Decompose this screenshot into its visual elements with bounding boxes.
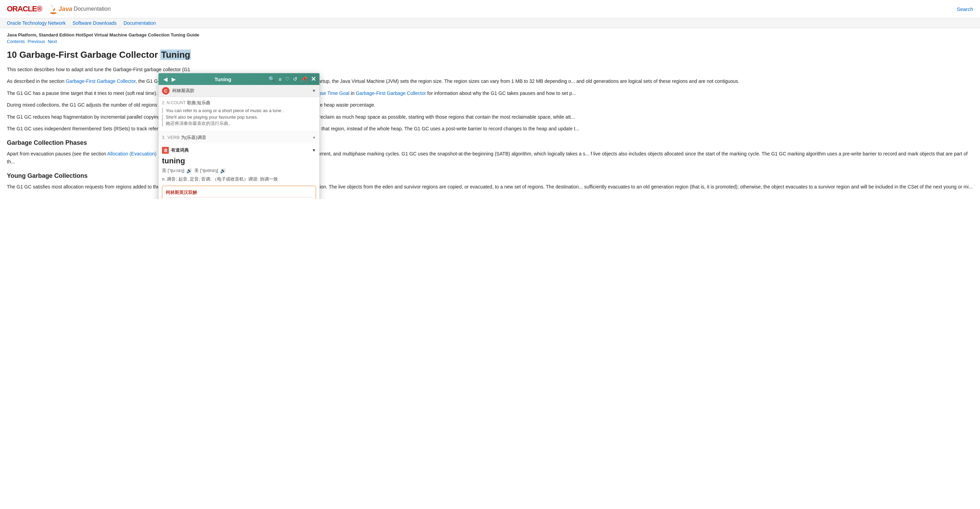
expand-verb-icon: ▼: [312, 135, 316, 140]
dict-word: tuning: [162, 156, 316, 165]
main-content: Java Platform, Standard Edition HotSpot …: [0, 28, 980, 199]
collapse-youdao[interactable]: ▼: [312, 148, 316, 153]
nccount-example-main: You can refer to a song or a short piece…: [162, 108, 316, 113]
breadcrumb-previous[interactable]: Previous: [27, 39, 45, 44]
link-g1gc[interactable]: Garbage-First Garbage Collector: [66, 78, 135, 84]
dict-close-button[interactable]: ✕: [311, 75, 316, 83]
para-2: The G1 GC has a pause time target that i…: [7, 89, 973, 97]
dict-menu-icon[interactable]: ≡: [278, 76, 282, 82]
youdao-header[interactable]: 道 有道词典 ▼: [162, 147, 316, 154]
para-5: The G1 GC uses independent Remembered Se…: [7, 125, 973, 132]
dict-section-verb-header[interactable]: 3. VERB 为(乐器)调音 ▼: [159, 132, 320, 143]
dict-search-icon[interactable]: 🔍: [269, 76, 275, 82]
nav-bar: Oracle Technology Network Software Downl…: [0, 18, 980, 28]
para-0: This section describes how to adapt and …: [7, 66, 973, 73]
dict-nav-forward[interactable]: ▶: [170, 76, 177, 83]
dict-nav-back[interactable]: ◀: [162, 76, 169, 83]
collins-top-text: 柯林斯高阶: [172, 88, 309, 94]
speaker-en[interactable]: 🔊: [186, 168, 192, 173]
oracle-logo: ORACLE®: [7, 5, 42, 13]
page-title: Java Platform, Standard Edition HotSpot …: [7, 32, 973, 38]
breadcrumb-contents[interactable]: Contents: [7, 39, 25, 44]
collins-c-icon: C: [162, 87, 170, 95]
para-3: During mixed collections, the G1 GC adju…: [7, 101, 973, 109]
youdao-title: 有道词典: [171, 147, 189, 153]
dict-header: ◀ ▶ Tuning 🔍 ≡ ♡ ↺ 📌 ✕: [159, 73, 320, 85]
word-definitions: n. 调音; 起音, 定音; 音调; （电子或收音机）调谐; 协调一致: [162, 176, 316, 183]
link-g1gc2[interactable]: Garbage-First Garbage Collector: [356, 91, 426, 96]
nav-documentation[interactable]: Documentation: [123, 20, 156, 26]
phonetics: 英 [ˈtjuːnɪŋ] 🔊 美 [ˈtjoʊnɪŋ] 🔊: [162, 167, 316, 174]
dict-refresh-icon[interactable]: ↺: [293, 76, 298, 82]
breadcrumb-next[interactable]: Next: [48, 39, 57, 44]
para-1: As described in the section Garbage-Firs…: [7, 77, 973, 85]
nav-software-downloads[interactable]: Software Downloads: [73, 20, 116, 26]
para-young-gc: The G1 GC satisfies most allocation requ…: [7, 183, 973, 191]
breadcrumb: Contents Previous Next: [7, 39, 973, 44]
dict-heart-icon[interactable]: ♡: [285, 76, 290, 82]
para-4: The G1 GC reduces heap fragmentation by …: [7, 113, 973, 121]
collins-top-entry: C 柯林斯高阶 ▼: [159, 85, 320, 97]
youdao-icon: 道: [162, 147, 169, 154]
section-gc-phases: Garbage Collection Phases: [7, 139, 973, 146]
dict-popup-title: Tuning: [180, 76, 266, 82]
para-gc-phases: Apart from evacuation pauses (see the se…: [7, 150, 973, 165]
chapter-title: 10 Garbage-First Garbage Collector Tunin…: [7, 49, 973, 60]
collins-bilingual-section: 柯林斯英汉双解 1. N a set of pitches to which t…: [162, 186, 316, 199]
page-header: ORACLE® Java Documentation Search: [0, 0, 980, 18]
youdao-section: 道 有道词典 ▼ tuning 英 [ˈtjuːnɪŋ] 🔊 美 [ˈtjoʊn…: [159, 143, 320, 199]
nccount-title: 2. N-COUNT 歌曲;短乐曲: [162, 100, 316, 106]
collins-bilingual-title: 柯林斯英汉双解: [166, 189, 312, 197]
section-young-gc: Young Garbage Collections: [7, 172, 973, 180]
dict-section-nccount: 2. N-COUNT 歌曲;短乐曲 You can refer to a son…: [159, 97, 320, 132]
java-logo: Java Documentation: [48, 3, 111, 15]
speaker-us[interactable]: 🔊: [220, 168, 226, 173]
dictionary-popup: ◀ ▶ Tuning 🔍 ≡ ♡ ↺ 📌 ✕ C 柯林斯高阶 ▼: [158, 73, 320, 199]
nav-oracle-technology-network[interactable]: Oracle Technology Network: [7, 20, 66, 26]
collapse-collins-top[interactable]: ▼: [312, 88, 316, 93]
dict-body: C 柯林斯高阶 ▼ 2. N-COUNT 歌曲;短乐曲 You can refe…: [159, 85, 320, 199]
dict-pin-icon[interactable]: 📌: [301, 76, 307, 82]
nccount-example-quote: She'll also be playing your favourite po…: [162, 115, 316, 127]
search-link[interactable]: Search: [957, 6, 973, 12]
svg-point-0: [51, 13, 56, 14]
